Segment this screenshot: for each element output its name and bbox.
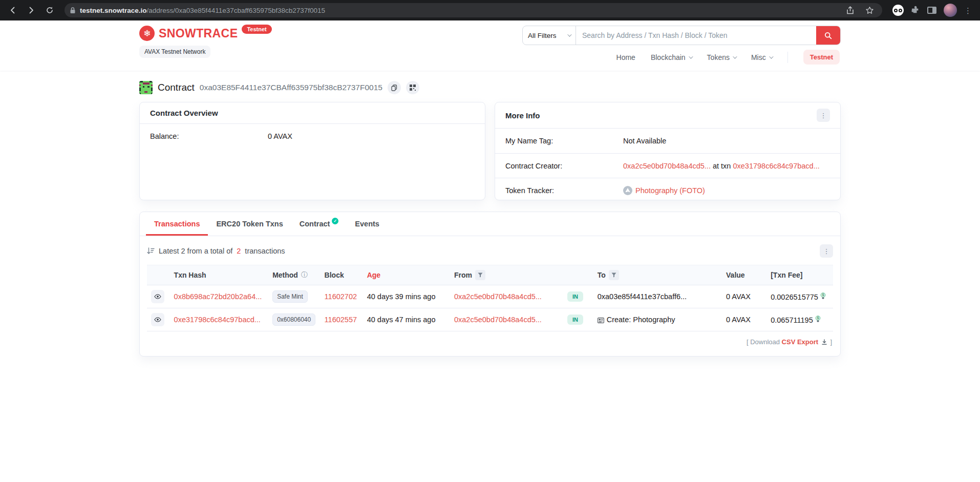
tab-events-label: Events [355,220,379,228]
search-bar: All Filters [522,26,841,45]
nav-item-blockchain[interactable]: Blockchain [651,53,692,61]
eye-icon [154,294,161,299]
nav-testnet-button[interactable]: Testnet [803,50,840,65]
transactions-menu-button[interactable]: ⋮ [820,244,833,258]
value-amount: 0 AVAX [726,316,751,324]
search-button[interactable] [816,26,840,45]
tx-preview-button[interactable] [151,313,164,326]
reload-button[interactable] [42,3,57,18]
gas-bulb-icon[interactable]: $ [815,316,821,323]
creator-address-link[interactable]: 0xa2c5e0bd70b48a4cd5... [623,162,711,170]
info-icon[interactable]: ⓘ [301,270,308,280]
url-path: /address/0xa03e85f4411e37cbaff635975bf38… [147,7,326,14]
contract-blockie-avatar [139,81,153,94]
more-info-card: More Info ⋮ My Name Tag: Not Available C… [495,102,841,200]
forward-button[interactable] [24,3,39,18]
from-address-link[interactable]: 0xa2c5e0bd70b48a4cd5... [454,316,542,324]
transaction-row: 0xe31798c6c84c97bacd... 0x60806040 11602… [147,308,833,331]
csv-export-link[interactable]: CSV Export [782,338,819,346]
qr-code-button[interactable] [406,81,419,94]
network-label: AVAX Testnet Network [139,46,210,58]
tab-contract-label: Contract [300,220,330,228]
table-header-row: Txn Hash Methodⓘ Block Age From To Value… [147,265,833,285]
more-info-card-title: More Info [505,111,540,120]
transactions-panel: Transactions ERC20 Token Txns Contract✓ … [139,212,841,357]
browser-profile-avatar[interactable] [944,4,957,17]
copy-icon [391,85,397,91]
nav-item-tokens[interactable]: Tokens [707,53,736,61]
chevron-down-icon [733,54,737,58]
col-header-txn-hash: Txn Hash [170,265,269,285]
tab-contract[interactable]: Contract✓ [291,212,347,236]
extensions-puzzle-icon[interactable] [911,6,920,15]
page-title: Contract [158,82,195,93]
tab-erc20-token-txns[interactable]: ERC20 Token Txns [208,212,291,236]
summary-text-prefix: Latest 2 from a total of [159,247,232,255]
back-arrow-icon [9,6,17,14]
creator-txn-link[interactable]: 0xe31798c6c84c97bacd... [733,162,819,170]
svg-text:$: $ [817,316,819,320]
filter-funnel-icon [611,273,616,278]
txn-hash-link[interactable]: 0xe31798c6c84c97bacd... [174,316,261,324]
token-tracker-link[interactable]: Photography (FOTO) [635,186,705,195]
search-input[interactable] [576,26,816,45]
nav-item-home[interactable]: Home [616,53,635,61]
name-tag-row: My Name Tag: Not Available [495,129,840,153]
txn-hash-link[interactable]: 0x8b698ac72bd20b2a64... [174,292,262,301]
block-link[interactable]: 11602702 [325,292,357,301]
eye-icon [154,317,161,322]
share-button[interactable] [842,3,858,18]
token-tracker-row: Token Tracker: Photography (FOTO) [495,178,840,202]
age-value: 40 days 39 mins ago [367,292,436,301]
owl-extension-icon[interactable] [892,5,904,16]
search-icon [824,32,832,39]
kebab-icon: ⋮ [823,247,830,255]
to-contract-creation: Create: Photography [607,316,675,324]
col-header-block: Block [321,265,363,285]
csv-prefix: [ Download [747,338,780,346]
download-icon [821,339,827,345]
star-icon [865,6,874,14]
method-badge[interactable]: 0x60806040 [272,313,315,326]
at-txn-text: at txn [713,162,731,170]
back-button[interactable] [5,3,20,18]
col-header-from: From [450,265,563,285]
chevron-down-icon [567,32,571,36]
tab-transactions[interactable]: Transactions [146,212,208,236]
age-value: 40 days 47 mins ago [367,316,436,324]
sort-icon [147,247,155,255]
col-header-method: Methodⓘ [268,265,320,285]
nav-item-misc[interactable]: Misc [751,53,772,61]
value-amount: 0 AVAX [726,292,751,301]
browser-menu-icon[interactable]: ⋮ [964,7,972,14]
csv-suffix: ] [830,338,832,346]
contract-overview-card: Contract Overview Balance: 0 AVAX [139,102,485,200]
col-header-age[interactable]: Age [363,265,450,285]
chevron-down-icon [689,54,693,58]
url-bar[interactable]: testnet.snowtrace.io/address/0xa03e85f44… [65,3,882,17]
from-filter-button[interactable] [475,270,485,280]
sidebar-toggle-icon[interactable] [927,7,936,14]
copy-address-button[interactable] [388,81,401,94]
contract-creation-icon [598,318,604,323]
browser-toolbar: testnet.snowtrace.io/address/0xa03e85f44… [0,0,980,20]
more-info-menu-button[interactable]: ⋮ [817,109,830,122]
bookmark-button[interactable] [862,3,877,18]
to-filter-button[interactable] [609,270,619,280]
to-address: 0xa03e85f4411e37cbaff6... [598,292,687,301]
gas-bulb-icon[interactable]: $ [820,292,826,300]
tx-preview-button[interactable] [151,290,164,303]
block-link[interactable]: 11602557 [325,316,357,324]
search-filter-select[interactable]: All Filters [523,26,576,45]
contract-verified-icon: ✓ [332,218,338,224]
page-title-row: Contract 0xa03E85F4411e37CBAff635975bf38… [139,81,841,94]
from-address-link[interactable]: 0xa2c5e0bd70b48a4cd5... [454,292,542,301]
contract-creator-row: Contract Creator: 0xa2c5e0bd70b48a4cd5..… [495,153,840,178]
txn-fee-value: 0.065711195 [771,316,813,324]
snowtrace-logo[interactable]: ❄ SNOWTRACE Testnet [139,26,272,41]
chevron-down-icon [769,54,773,58]
method-badge[interactable]: Safe Mint [272,290,308,303]
overview-card-title: Contract Overview [150,109,218,117]
forward-arrow-icon [27,6,35,14]
tab-events[interactable]: Events [347,212,388,236]
